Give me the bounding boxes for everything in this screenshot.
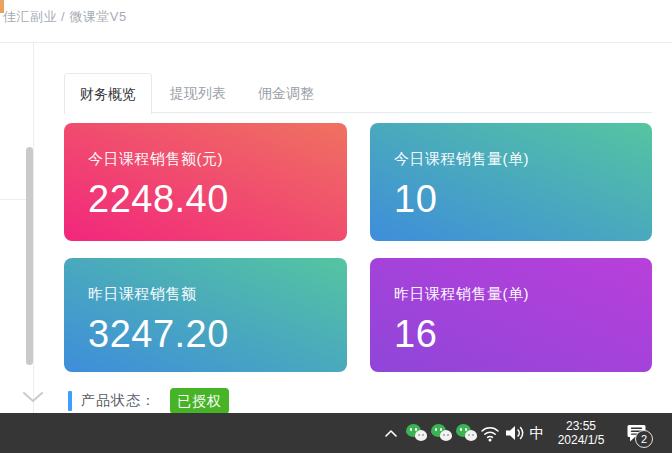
taskbar-clock[interactable]: 23:55 2024/1/5 <box>551 419 611 447</box>
product-status-row: 产品状态： 已授权 <box>68 388 229 414</box>
card-today-sales-amount: 今日课程销售额(元) 2248.40 <box>64 123 347 241</box>
clock-date: 2024/1/5 <box>558 433 605 447</box>
wechat-bubble-small <box>415 430 427 441</box>
wechat-bubble-small <box>440 430 452 441</box>
tab-withdraw-list[interactable]: 提现列表 <box>170 73 226 113</box>
wechat-icon[interactable] <box>431 424 453 443</box>
card-label: 昨日课程销售额 <box>88 285 323 304</box>
breadcrumb: 佳汇副业 / 微课堂V5 <box>3 8 127 26</box>
accent-bar <box>68 391 72 411</box>
card-value: 3247.20 <box>88 315 323 353</box>
tab-commission-adjust[interactable]: 佣金调整 <box>258 73 314 113</box>
wechat-icon[interactable] <box>456 424 478 443</box>
screen: 佳汇副业 / 微课堂V5 财务概览 提现列表 佣金调整 今日课程销售额(元) 2… <box>0 0 672 453</box>
card-value: 16 <box>394 315 628 353</box>
tab-finance-overview[interactable]: 财务概览 <box>64 73 152 114</box>
taskbar: 中 23:55 2024/1/5 2 <box>0 413 672 453</box>
status-badge: 已授权 <box>170 388 229 415</box>
card-yesterday-sales-count: 昨日课程销售量(单) 16 <box>370 258 652 372</box>
wechat-bubble-small <box>465 430 477 441</box>
product-status-label: 产品状态： <box>81 392 156 410</box>
stat-cards: 今日课程销售额(元) 2248.40 今日课程销售量(单) 10 昨日课程销售额… <box>64 123 652 372</box>
card-value: 10 <box>394 180 628 218</box>
card-label: 今日课程销售额(元) <box>88 150 323 169</box>
wifi-icon[interactable] <box>480 424 500 442</box>
chevron-down-icon[interactable] <box>21 390 45 404</box>
header-divider <box>0 42 672 43</box>
card-yesterday-sales-amount: 昨日课程销售额 3247.20 <box>64 258 347 372</box>
tab-bar: 财务概览 提现列表 佣金调整 <box>64 73 652 113</box>
volume-icon[interactable] <box>503 423 525 443</box>
clock-time: 23:55 <box>566 419 596 433</box>
notification-count-badge[interactable]: 2 <box>635 430 653 448</box>
ime-indicator[interactable]: 中 <box>527 423 547 443</box>
card-value: 2248.40 <box>88 180 323 218</box>
chevron-up-icon[interactable] <box>382 425 400 441</box>
scrollbar-thumb[interactable] <box>26 147 33 365</box>
card-label: 昨日课程销售量(单) <box>394 285 628 304</box>
card-label: 今日课程销售量(单) <box>394 150 628 169</box>
card-today-sales-count: 今日课程销售量(单) 10 <box>370 123 652 241</box>
wechat-icon[interactable] <box>406 424 428 443</box>
